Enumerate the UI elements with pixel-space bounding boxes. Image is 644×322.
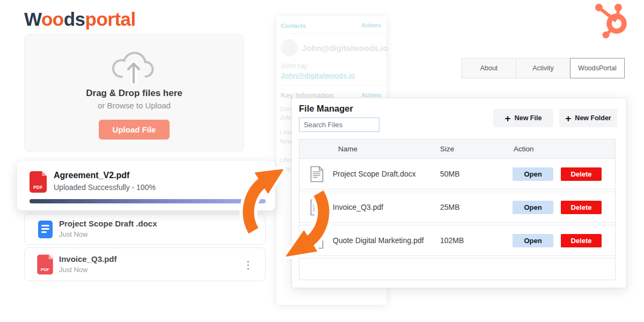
crm-tabs: About Activity WoodsPortal: [462, 58, 625, 78]
table-row: Project Scope Draft.docx 50MB Open Delet…: [299, 159, 615, 189]
delete-button[interactable]: Delete: [561, 234, 602, 247]
logo-text-ds: ds: [64, 9, 85, 30]
table-row: Invoice_Q3.pdf 25MB Open Delete: [299, 192, 615, 223]
pdf-file-icon: PDF: [37, 255, 53, 275]
table-row: Quote Digital Marketing.pdf 102MB Open D…: [299, 225, 615, 256]
sync-arrows-icon: [235, 158, 340, 264]
logo-text-oo: oo: [41, 9, 64, 30]
file-name-cell: Invoice_Q3.pdf: [333, 203, 440, 211]
new-file-label: New File: [515, 114, 542, 122]
delete-button[interactable]: Delete: [561, 167, 602, 181]
open-button[interactable]: Open: [513, 167, 553, 181]
upload-status-text: Uploaded Successfully - 100%: [54, 183, 156, 192]
file-table: Name Size Action Project Scope Draft.doc…: [299, 139, 616, 280]
truncated-field: Con: [280, 106, 291, 112]
file-manager-panel: File Manager + New File + New Folder Nam…: [291, 98, 627, 288]
upload-progress-bar: [30, 199, 266, 203]
column-header-size: Size: [440, 145, 504, 153]
contact-avatar: [281, 39, 298, 56]
pdf-icon-label: PDF: [30, 185, 47, 190]
uploaded-file-name: Invoice_Q3.pdf: [59, 254, 117, 264]
upload-progress-fill: [30, 199, 266, 203]
logo-text-portal: portal: [85, 9, 136, 30]
file-size-cell: 25MB: [440, 203, 504, 211]
file-manager-title: File Manager: [299, 104, 353, 114]
contact-email-heading: John@digitalwoods.io: [302, 43, 388, 53]
upload-file-button[interactable]: Upload File: [99, 120, 170, 140]
logo-text-w: W: [24, 9, 41, 30]
uploaded-file-name: Project Scope Draft .docx: [59, 219, 157, 228]
plus-icon: +: [505, 113, 511, 123]
contact-name: John ray: [276, 60, 386, 70]
file-size-cell: 50MB: [440, 170, 504, 178]
plus-icon: +: [565, 113, 571, 123]
upload-card-invoice: PDF Invoice_Q3.pdf Just Now ⋮: [24, 247, 266, 281]
file-name-cell: Project Scope Draft.docx: [333, 170, 440, 178]
contacts-actions-link[interactable]: Actions: [361, 23, 381, 29]
search-files-input[interactable]: [299, 118, 379, 132]
dragdrop-subtitle: or Browse to Upload: [25, 101, 244, 110]
tab-activity[interactable]: Activity: [516, 58, 570, 78]
file-size-cell: 102MB: [440, 236, 504, 245]
pdf-icon-label: PDF: [37, 267, 53, 272]
tab-about[interactable]: About: [462, 58, 516, 78]
contacts-section-label: Contacts: [281, 23, 306, 29]
docx-file-icon: [38, 221, 53, 238]
new-folder-label: New Folder: [575, 114, 611, 122]
dragdrop-title: Drag & Drop files here: [25, 88, 244, 99]
woodsportal-logo: Woodsportal: [24, 9, 136, 30]
uploaded-file-name: Agreement_V2.pdf: [54, 171, 129, 180]
file-table-header: Name Size Action: [299, 140, 615, 159]
truncated-field: New: [280, 138, 292, 144]
open-button[interactable]: Open: [513, 234, 553, 247]
delete-button[interactable]: Delete: [561, 201, 602, 214]
new-file-button[interactable]: + New File: [493, 109, 553, 127]
hubspot-logo-icon: [588, 2, 633, 47]
tab-woodsportal[interactable]: WoodsPortal: [570, 58, 625, 78]
page: Woodsportal Drag & Drop files here or Br…: [0, 0, 644, 322]
upload-dropzone[interactable]: Drag & Drop files here or Browse to Uplo…: [24, 34, 244, 152]
contact-email-link[interactable]: John@digitalwoods.io: [276, 70, 386, 85]
column-header-action: Action: [504, 145, 615, 153]
open-button[interactable]: Open: [513, 201, 553, 214]
pdf-file-icon: PDF: [30, 171, 47, 193]
cloud-upload-icon: [107, 44, 161, 88]
new-folder-button[interactable]: + New Folder: [559, 109, 617, 127]
upload-time-text: Just Now: [59, 266, 87, 274]
column-header-name: Name: [333, 145, 440, 153]
upload-card-project-scope: Project Scope Draft .docx Just Now: [24, 214, 266, 245]
upload-time-text: Just Now: [59, 230, 87, 238]
file-name-cell: Quote Digital Marketing.pdf: [333, 236, 440, 245]
